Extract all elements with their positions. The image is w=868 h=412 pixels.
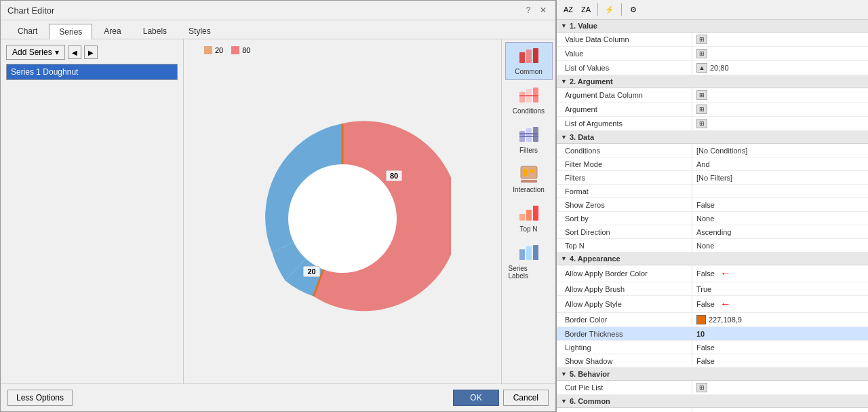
prop-sort-by: Sort by None <box>557 212 868 225</box>
sidebar-icon-filters[interactable]: Filters <box>505 121 553 159</box>
svg-rect-5 <box>533 88 538 102</box>
toolbar-separator-2 <box>621 3 622 16</box>
prop-icon[interactable]: ⊞ <box>696 49 707 58</box>
section-common-header[interactable]: ▼ 6. Common <box>557 395 868 408</box>
section-value-header[interactable]: ▼ 1. Value <box>557 20 868 33</box>
properties-panel: AZ ZA ⚡ ⚙ ▼ 1. Value Value Data Column ⊞… <box>556 0 868 412</box>
section-behavior-header[interactable]: ▼ 5. Behavior <box>557 368 868 381</box>
chart-label-80: 80 <box>386 170 402 181</box>
add-series-area: Add Series ▾ ◀ ▶ <box>6 45 178 60</box>
prop-lighting: Lighting False <box>557 341 868 354</box>
sidebar-icon-interaction[interactable]: Interaction <box>505 160 553 198</box>
toolbar-separator-1 <box>597 3 598 16</box>
legend-value-1: 20 <box>215 46 223 54</box>
prop-conditions: Conditions [No Conditions] <box>557 144 868 157</box>
tab-styles[interactable]: Styles <box>178 23 221 39</box>
properties-container: ▼ 1. Value Value Data Column ⊞ Value ⊞ L… <box>557 20 868 412</box>
series-item[interactable]: Series 1 Doughnut <box>6 64 178 80</box>
section-argument-header[interactable]: ▼ 2. Argument <box>557 75 868 88</box>
titlebar-icons: ? ✕ <box>523 5 549 16</box>
chart-legend: 20 80 <box>191 46 494 54</box>
section-data-header[interactable]: ▼ 3. Data <box>557 131 868 144</box>
prop-value-data-column: Value Data Column ⊞ <box>557 33 868 47</box>
sort-za-button[interactable]: ZA <box>578 2 593 17</box>
help-icon[interactable]: ? <box>523 5 534 16</box>
sidebar-icon-series-labels[interactable]: A Series Labels <box>505 239 553 284</box>
prop-icon[interactable]: ⊞ <box>696 35 707 44</box>
prop-value: Value ⊞ <box>557 47 868 61</box>
svg-rect-16 <box>519 214 525 221</box>
editor-title: Chart Editor <box>7 5 54 16</box>
sidebar-icons-panel: Common Conditions Fil <box>501 39 555 383</box>
sidebar-icon-top-n[interactable]: Top N <box>505 200 553 238</box>
svg-rect-1 <box>526 50 532 63</box>
prop-icon[interactable]: ▲ <box>696 63 707 73</box>
sidebar-icon-series-labels-label: Series Labels <box>509 265 549 280</box>
svg-rect-15 <box>521 180 537 183</box>
editor-bottom: Less Options OK Cancel <box>1 383 555 411</box>
common-icon <box>518 47 540 66</box>
prop-sort-direction: Sort Direction Ascending <box>557 225 868 239</box>
lightning-button[interactable]: ⚡ <box>602 2 617 17</box>
svg-rect-12 <box>521 166 537 179</box>
settings-button[interactable]: ⚙ <box>626 2 641 17</box>
prop-show-zeros: Show Zeros False <box>557 198 868 212</box>
less-options-button[interactable]: Less Options <box>7 390 73 406</box>
prop-icon[interactable]: ⊞ <box>696 105 707 114</box>
series-list: Series 1 Doughnut <box>6 64 178 378</box>
sidebar-icon-conditions[interactable]: Conditions <box>505 81 553 119</box>
titlebar: Chart Editor ? ✕ <box>1 1 555 20</box>
sort-az-button[interactable]: AZ <box>561 2 576 17</box>
prop-list-of-values: List of Values ▲ 20;80 <box>557 61 868 75</box>
doughnut-hole <box>288 164 397 273</box>
prop-icon[interactable]: ⊞ <box>696 90 707 100</box>
svg-text:A: A <box>521 246 525 250</box>
top-n-icon <box>518 204 540 223</box>
chart-area: 20 80 <box>184 39 501 383</box>
svg-rect-21 <box>533 245 538 260</box>
svg-rect-13 <box>524 169 528 176</box>
chart-canvas: 80 20 <box>191 60 494 377</box>
conditions-icon <box>518 86 540 105</box>
nav-right-button[interactable]: ▶ <box>84 45 98 59</box>
legend-color-2 <box>231 46 239 54</box>
prop-diameter: Diameter 0 <box>557 408 868 412</box>
svg-rect-2 <box>533 48 538 63</box>
prop-icon[interactable]: ⊞ <box>696 119 707 128</box>
series-labels-icon: A <box>518 244 540 263</box>
doughnut-svg <box>234 110 451 327</box>
doughnut-chart: 80 20 <box>234 110 451 327</box>
cancel-button[interactable]: Cancel <box>503 390 549 406</box>
close-icon[interactable]: ✕ <box>538 5 549 16</box>
color-swatch-border <box>696 315 706 324</box>
dialog-buttons: OK Cancel <box>453 390 549 406</box>
tab-series[interactable]: Series <box>49 24 92 39</box>
nav-left-button[interactable]: ◀ <box>68 45 81 59</box>
tabs-bar: Chart Series Area Labels Styles <box>1 20 555 39</box>
tab-chart[interactable]: Chart <box>7 23 47 39</box>
red-arrow-2: ← <box>720 298 731 310</box>
prop-format: Format <box>557 185 868 198</box>
tab-labels[interactable]: Labels <box>133 23 177 39</box>
sidebar-icon-top-n-label: Top N <box>519 225 537 233</box>
svg-rect-14 <box>530 169 534 173</box>
section-appearance-header[interactable]: ▼ 4. Appearance <box>557 252 868 265</box>
sidebar-icon-common[interactable]: Common <box>505 42 553 80</box>
chart-editor-dialog: Chart Editor ? ✕ Chart Series Area Label… <box>0 0 556 412</box>
legend-item-2: 80 <box>231 46 250 54</box>
svg-rect-8 <box>526 128 532 142</box>
svg-rect-20 <box>526 246 532 260</box>
prop-filters: Filters [No Filters] <box>557 171 868 185</box>
prop-top-n: Top N None <box>557 239 868 252</box>
editor-content: Add Series ▾ ◀ ▶ Series 1 Doughnut 20 80 <box>1 39 555 383</box>
add-series-button[interactable]: Add Series ▾ <box>6 45 65 60</box>
interaction-icon <box>518 165 540 184</box>
ok-button[interactable]: OK <box>453 390 498 406</box>
sidebar-icon-interaction-label: Interaction <box>513 186 545 193</box>
prop-allow-apply-brush: Allow Apply Brush True <box>557 282 868 296</box>
prop-allow-apply-style: Allow Apply Style False ← <box>557 296 868 313</box>
prop-icon-cut[interactable]: ⊞ <box>696 383 707 392</box>
prop-cut-pie-list: Cut Pie List ⊞ <box>557 381 868 395</box>
tab-area[interactable]: Area <box>94 23 131 39</box>
legend-color-1 <box>204 46 212 54</box>
